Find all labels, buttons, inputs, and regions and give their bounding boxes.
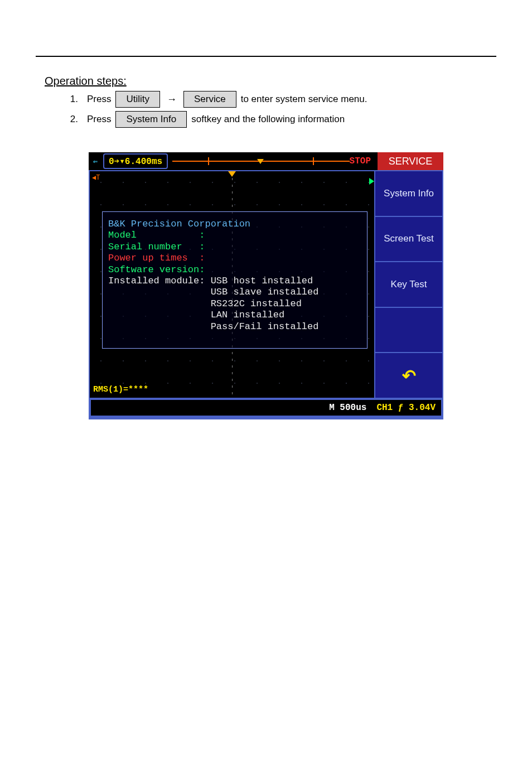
scope-topbar: ⇐ 0➔▾6.400ms STOP SERVICE (89, 152, 443, 170)
step-2: 2. Press System Info softkey and the fol… (45, 111, 496, 128)
softkey-system-info[interactable]: System Info (375, 171, 442, 216)
service-button[interactable]: Service (183, 91, 236, 108)
powerup-line: Power up times : (108, 253, 361, 264)
installed-module-line: Pass/Fail installed (108, 321, 361, 332)
trigger-position-readout: 0➔▾6.400ms (103, 153, 168, 169)
system-info-panel: B&K Precision Corporation Model : Serial… (102, 211, 367, 349)
arrow-icon: → (165, 94, 179, 105)
trigger-marker-icon (257, 159, 264, 164)
system-info-button[interactable]: System Info (115, 111, 187, 128)
trigger-timeline: STOP (169, 152, 378, 170)
menu-title: SERVICE (378, 152, 443, 170)
usb-icon: ⇐ (89, 152, 102, 170)
swver-line: Software version: (108, 264, 361, 276)
step-1-prefix: Press (87, 94, 111, 105)
utility-button[interactable]: Utility (115, 91, 160, 108)
run-status: STOP (350, 156, 374, 166)
step-2-prefix: Press (87, 114, 111, 125)
installed-module-line: LAN installed (108, 310, 361, 321)
timebase-readout: M 500us (329, 403, 366, 413)
steps-heading: Operation steps: (45, 75, 496, 88)
model-line: Model : (108, 230, 361, 241)
installed-module-line: Installed module: USB host installed (108, 276, 361, 287)
softkey-empty (375, 308, 442, 353)
softkey-screen-test[interactable]: Screen Test (375, 217, 442, 262)
top-trigger-marker-icon (228, 171, 236, 177)
softkey-column: System Info Screen Test Key Test ↶ (375, 170, 443, 399)
t-anchor-icon: ◀T (92, 173, 99, 180)
installed-module-line: RS232C installed (108, 298, 361, 310)
divider (36, 56, 496, 57)
measurement-readout: RMS(1)=**** (93, 385, 148, 394)
right-level-marker-icon (369, 178, 374, 185)
company-line: B&K Precision Corporation (108, 219, 361, 230)
step-1-suffix: to enter system service menu. (241, 94, 367, 105)
back-arrow-icon: ↶ (402, 366, 416, 385)
softkey-key-test[interactable]: Key Test (375, 262, 442, 307)
oscilloscope-screenshot: ⇐ 0➔▾6.400ms STOP SERVICE ◀T B&K Precisi… (89, 152, 443, 419)
serial-line: Serial number : (108, 242, 361, 253)
step-1-number: 1. (45, 94, 83, 105)
step-2-suffix: softkey and the following information (191, 114, 345, 125)
step-2-number: 2. (45, 114, 83, 125)
softkey-back[interactable]: ↶ (375, 353, 442, 398)
installed-module-line: USB slave installed (108, 287, 361, 298)
step-1: 1. Press Utility → Service to enter syst… (45, 91, 496, 108)
scope-bottombar: M 500us CH1 ƒ 3.04V (90, 399, 442, 417)
waveform-area: ◀T B&K Precision Corporation Model : Ser… (90, 171, 374, 398)
trigger-readout: CH1 ƒ 3.04V (376, 403, 436, 413)
